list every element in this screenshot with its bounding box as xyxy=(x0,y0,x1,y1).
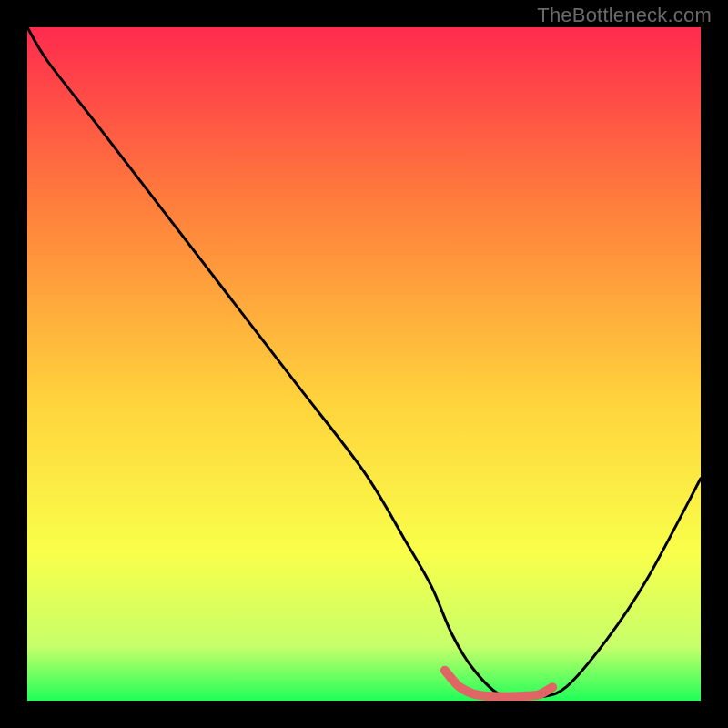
watermark-text: TheBottleneck.com xyxy=(537,4,712,27)
chart-container: TheBottleneck.com xyxy=(0,0,728,728)
chart-lines xyxy=(27,27,701,701)
plot-area xyxy=(27,27,701,701)
optimal-range-marker xyxy=(445,671,552,697)
bottleneck-curve xyxy=(27,27,701,698)
